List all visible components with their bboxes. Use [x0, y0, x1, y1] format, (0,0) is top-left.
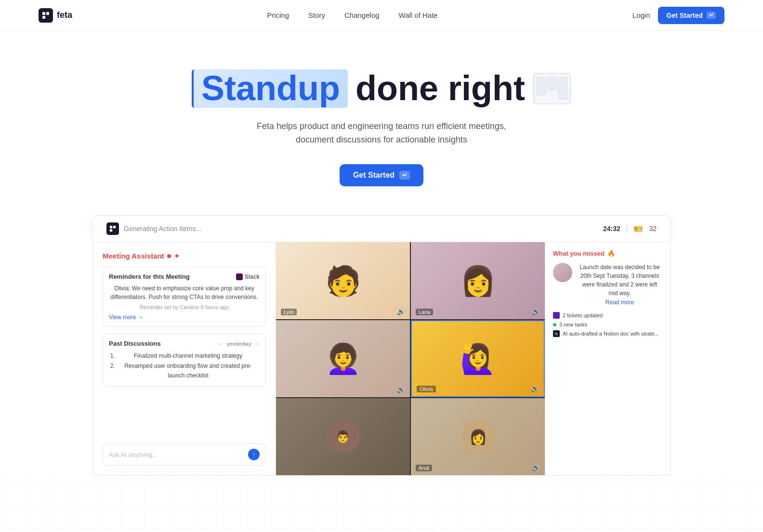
avatar-andi: 👩 — [461, 420, 495, 454]
video-label-olivia: Olivia — [417, 386, 436, 392]
next-icon[interactable]: → — [254, 341, 260, 347]
logo-text: feta — [57, 10, 72, 20]
video-label-lana: Lana — [416, 309, 433, 315]
nav-cta-label: Get Started — [667, 12, 703, 19]
fire-icon: 🔥 — [607, 250, 615, 257]
nav-cta-kbd: ↵ — [707, 12, 716, 19]
hero-cta-label: Get Started — [353, 171, 395, 180]
svg-rect-2 — [42, 16, 45, 19]
hero-section: Standup done right Feta helps product an… — [0, 31, 763, 476]
nav-link-story[interactable]: Story — [308, 11, 325, 19]
meeting-assistant-label: Meeting Assistant — [103, 252, 164, 260]
nav-logo[interactable]: feta — [39, 8, 72, 23]
dot-green-icon — [553, 323, 556, 326]
divider: | — [626, 225, 628, 233]
reminder-content: Olivia: We need to emphasize core value … — [109, 284, 260, 301]
past-disc-item-1: Finalized multi-channel marketing strate… — [117, 351, 260, 361]
mic-icon-olivia-left: 🔊 — [397, 386, 405, 393]
past-disc-header: Past Discussions ← yesterday → — [109, 340, 260, 347]
app-preview-wrapper: Generating Action Items... 24:32 | 🎫 32 … — [19, 215, 744, 476]
ask-ai-bar[interactable]: Ask AI anything... ↑ — [103, 443, 266, 466]
ask-ai-placeholder: Ask AI anything... — [109, 451, 157, 458]
app-topbar-left: Generating Action Items... — [106, 222, 201, 235]
slack-icon — [236, 273, 243, 280]
video-cell-lyre: 🧑 Lyre 🔊 — [276, 242, 410, 319]
past-disc-list: Finalized multi-channel marketing strate… — [109, 351, 260, 380]
hero-subtitle: Feta helps product and engineering teams… — [256, 119, 507, 147]
ticket-count: 32 — [649, 225, 657, 233]
missed-item-tickets: 2 tickets updated — [553, 312, 662, 319]
video-grid: 🧑 Lyre 🔊 👩 Lana 🔊 👩‍🦱 🔊 — [276, 242, 545, 475]
missed-text-block: Launch date was decided to be 20th Sept … — [577, 263, 662, 306]
ask-ai-send-button[interactable]: ↑ — [248, 449, 260, 460]
svg-rect-5 — [548, 78, 556, 90]
svg-rect-0 — [42, 12, 45, 15]
navbar: feta Pricing Story Changelog Wall of Hat… — [0, 0, 763, 31]
nav-link-pricing[interactable]: Pricing — [267, 11, 289, 19]
hero-cta-kbd: ↵ — [399, 171, 410, 180]
missed-items: 2 tickets updated 3 new tasks N AI auto-… — [553, 312, 662, 337]
nav-links: Pricing Story Changelog Wall of Hate — [267, 11, 438, 20]
video-label-andi: Andi — [416, 465, 432, 471]
nav-get-started-button[interactable]: Get Started ↵ — [658, 7, 724, 24]
hero-title-highlight: Standup — [192, 69, 348, 108]
past-discussions: Past Discussions ← yesterday → Finalized… — [103, 334, 266, 387]
svg-rect-9 — [110, 229, 112, 232]
missed-item-notion-text: AI auto-drafted a Notion doc with strate… — [563, 331, 659, 337]
svg-rect-7 — [110, 226, 112, 228]
linear-icon — [553, 312, 560, 319]
past-disc-date: yesterday — [227, 341, 251, 347]
mic-icon-lyre: 🔊 — [397, 308, 405, 315]
hero-title-rest: done right — [355, 70, 525, 107]
left-panel: Meeting Assistant ✦ Reminders for this M… — [93, 242, 276, 475]
sparkle-icon: ✦ — [174, 252, 180, 260]
missed-text: Launch date was decided to be 20th Sept … — [577, 263, 662, 298]
app-logo-small — [106, 222, 119, 235]
slack-label: Slack — [245, 273, 260, 280]
missed-label: What you missed — [553, 250, 605, 257]
video-cell-lana: 👩 Lana 🔊 — [411, 242, 545, 319]
svg-rect-1 — [46, 12, 49, 15]
mic-icon-olivia: 🔊 — [531, 385, 539, 392]
reminder-meta: Reminder set by Candice 8 hours ago — [109, 304, 260, 310]
svg-rect-8 — [113, 226, 116, 228]
svg-rect-6 — [558, 78, 567, 99]
app-body: Meeting Assistant ✦ Reminders for this M… — [92, 242, 671, 476]
view-more-link[interactable]: View more → — [109, 314, 260, 321]
kanban-icon — [533, 72, 571, 105]
meeting-timer: 24:32 — [603, 225, 620, 233]
missed-item-tickets-text: 2 tickets updated — [563, 312, 603, 318]
svg-rect-4 — [537, 78, 546, 95]
missed-avatar — [553, 263, 572, 282]
missed-content: Launch date was decided to be 20th Sept … — [553, 263, 662, 306]
missed-header: What you missed 🔥 — [553, 250, 662, 257]
avatar-bottom-left: 👨 — [326, 420, 360, 454]
generating-text: Generating Action Items... — [124, 225, 201, 233]
reminders-section: Reminders for this Meeting Slack Olivia:… — [103, 267, 266, 327]
notion-icon: N — [553, 330, 560, 337]
nav-link-wall-of-hate[interactable]: Wall of Hate — [399, 11, 438, 19]
hero-get-started-button[interactable]: Get Started ↵ — [340, 164, 423, 186]
mic-icon-lana: 🔊 — [532, 308, 540, 315]
missed-item-tasks: 3 new tasks — [553, 322, 662, 327]
meeting-assistant-dot — [167, 254, 171, 258]
read-more-link[interactable]: Read more — [605, 299, 634, 306]
video-cell-olivia-left: 👩‍🦱 🔊 — [276, 320, 410, 397]
hero-title: Standup done right — [192, 69, 571, 108]
past-disc-nav: ← yesterday → — [219, 341, 260, 347]
meeting-assistant-header: Meeting Assistant ✦ — [103, 252, 266, 260]
nav-login-link[interactable]: Login — [632, 11, 650, 19]
nav-link-changelog[interactable]: Changelog — [344, 11, 380, 19]
missed-item-notion: N AI auto-drafted a Notion doc with stra… — [553, 330, 662, 337]
past-disc-label: Past Discussions — [109, 340, 161, 347]
reminders-label: Reminders for this Meeting — [109, 273, 190, 280]
logo-icon — [39, 8, 53, 23]
video-label-lyre: Lyre — [281, 309, 297, 315]
nav-right: Login Get Started ↵ — [632, 7, 724, 24]
reminder-text: Olivia: We need to emphasize core value … — [110, 285, 258, 300]
video-cell-bottom-left: 👨 — [276, 398, 410, 475]
video-cell-andi: 👩 Andi 🔊 — [411, 398, 545, 475]
prev-icon[interactable]: ← — [219, 341, 224, 347]
app-topbar: Generating Action Items... 24:32 | 🎫 32 — [92, 215, 671, 242]
reminders-title: Reminders for this Meeting Slack — [109, 273, 260, 280]
